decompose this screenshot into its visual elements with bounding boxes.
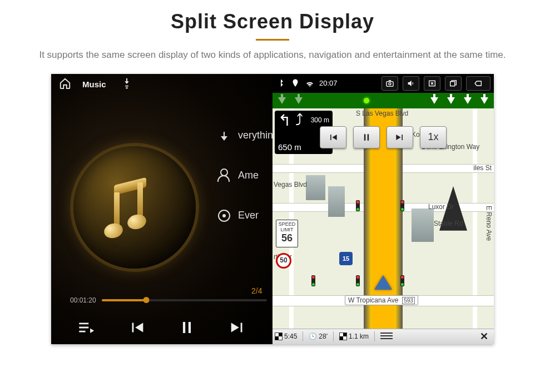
location-icon (290, 78, 300, 88)
footer-distance[interactable]: 1.1 km (339, 333, 369, 340)
turn-distance-1: 300 m (311, 116, 329, 124)
traffic-light-icon (400, 275, 404, 286)
lane-arrow-icon (447, 97, 455, 104)
progress-row: 00:01:20 (70, 296, 267, 304)
speed-limit-sign: SPEED LIMIT 56 (276, 220, 298, 247)
nav-footer: 5:45 🕓 28' 1.1 km ✕ (272, 329, 494, 344)
footer-close-button[interactable]: ✕ (476, 330, 492, 343)
exit-badge: 593 (402, 297, 415, 304)
progress-bar[interactable] (102, 299, 267, 301)
home-icon[interactable] (59, 77, 71, 91)
lane-arrow-icon (464, 97, 472, 104)
track-metadata: verythin Ame Ever (218, 130, 272, 222)
interstate-shield: 15 (339, 252, 353, 265)
separator (374, 331, 375, 341)
screenshot-button[interactable] (382, 76, 398, 91)
music-controls (51, 311, 272, 344)
separator (303, 331, 303, 341)
track-artist: Ame (238, 170, 259, 181)
lane-arrow-icon (278, 97, 286, 104)
lane-arrow-icon (430, 97, 438, 104)
remaining-time-value: 28' (319, 333, 328, 340)
recent-apps-button[interactable] (445, 76, 462, 91)
next-button[interactable] (225, 315, 250, 340)
nav-status-bar: 20:07 (272, 74, 494, 93)
elapsed-time: 00:01:20 (70, 296, 96, 304)
traffic-light-icon (356, 200, 360, 211)
clock-icon: 🕓 (309, 333, 317, 340)
music-notes-icon (104, 177, 165, 238)
nav-pane: 20:07 (272, 74, 494, 344)
speed-limit-label: SPEED LIMIT (276, 222, 298, 233)
separator (333, 331, 334, 341)
volume-button[interactable] (403, 76, 419, 91)
svg-rect-0 (387, 81, 393, 86)
lane-guidance-bar (272, 93, 494, 108)
destination-flag-icon (275, 333, 283, 340)
music-pane: Music verythin Ame Ever (51, 74, 272, 344)
building (306, 175, 325, 200)
usb-icon (121, 77, 133, 91)
street-label: Stable Rd (434, 220, 463, 227)
page-title: Split Screen Display (0, 10, 545, 33)
footer-eta[interactable]: 5:45 (275, 333, 297, 340)
lane-arrow-icon (295, 97, 303, 104)
music-status-bar: Music (51, 74, 272, 95)
traffic-light-icon (400, 200, 404, 211)
track-counter: 2/4 (251, 286, 262, 295)
close-app-button[interactable] (424, 76, 440, 91)
menu-icon (380, 333, 393, 340)
playlist-button[interactable] (73, 315, 99, 340)
vehicle-cursor-icon (374, 275, 392, 290)
gps-signal-icon (364, 98, 369, 103)
building (412, 209, 434, 242)
street-label-tropicana: W Tropicana Ave 593 (345, 295, 418, 305)
distance-value: 1.1 km (349, 333, 369, 340)
street-label: S Las Vegas Blvd (356, 110, 408, 117)
speed-limit-circle: 50 (276, 253, 291, 269)
previous-button[interactable] (124, 315, 150, 340)
street-label: iles St (473, 164, 492, 172)
sim-next-button[interactable] (387, 126, 413, 148)
title-underline (256, 39, 289, 41)
clock: 20:07 (319, 79, 338, 87)
progress-knob[interactable] (143, 297, 149, 303)
track-album: Ever (238, 210, 259, 221)
footer-menu-button[interactable] (380, 333, 393, 340)
page-subtitle: It supports the same screen display of t… (28, 48, 517, 62)
footer-remaining-time[interactable]: 🕓 28' (309, 333, 328, 340)
back-button[interactable] (466, 76, 490, 91)
track-title: verythin (238, 130, 272, 141)
artist-icon (218, 170, 230, 182)
traffic-light-icon (356, 275, 360, 286)
street-label: Vegas Blvd (274, 181, 307, 188)
destination-flag-icon (339, 333, 347, 340)
track-title-row[interactable]: verythin (218, 130, 272, 142)
street-label: Luxor Dr (428, 203, 454, 211)
download-icon (218, 130, 230, 142)
building (328, 186, 345, 217)
sim-speed-button[interactable]: 1x (420, 126, 447, 148)
eta-value: 5:45 (284, 333, 297, 340)
turn-distance-2: 650 m (278, 142, 301, 152)
album-icon (218, 210, 230, 222)
track-album-row[interactable]: Ever (218, 210, 272, 222)
sim-prev-button[interactable] (320, 126, 346, 148)
street-label-text: W Tropicana Ave (348, 296, 399, 304)
music-app-label: Music (82, 80, 106, 89)
sim-pause-button[interactable] (353, 126, 380, 148)
device-frame: Music verythin Ame Ever (51, 74, 494, 344)
bluetooth-icon (276, 78, 286, 88)
street-label: E Reno Ave (485, 206, 493, 241)
progress-fill (102, 299, 146, 301)
map-area[interactable]: S Las Vegas Blvd Koval Ln Duke Ellington… (272, 108, 494, 329)
sim-controls: 1x (320, 126, 447, 148)
album-art-disc (73, 146, 196, 269)
svg-rect-3 (450, 81, 455, 86)
pause-button[interactable] (174, 315, 200, 340)
lane-arrow-icon (480, 97, 488, 104)
track-artist-row[interactable]: Ame (218, 170, 272, 182)
wifi-icon (305, 78, 315, 88)
traffic-light-icon (311, 275, 315, 286)
speed-limit-value: 56 (276, 233, 298, 244)
